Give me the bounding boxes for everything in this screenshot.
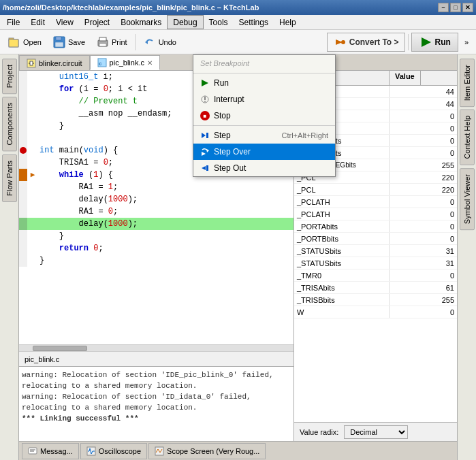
- run-button[interactable]: Run: [411, 33, 458, 52]
- tab-blinker-circuit[interactable]: blinker.circuit: [19, 55, 90, 70]
- var-value: 31: [390, 245, 457, 257]
- line-arrow: [27, 242, 38, 254]
- line-gutter: [19, 218, 27, 230]
- step-shortcut: Ctrl+Alt+Right: [282, 131, 328, 139]
- right-sidebar: Item Editor Context Help Symbol Viewer: [457, 54, 476, 460]
- sidebar-tab-components[interactable]: Components: [2, 97, 17, 151]
- title-bar: /home/zoli/Desktop/ktechlab/examples/pic…: [0, 0, 476, 15]
- menu-help[interactable]: Help: [274, 15, 302, 29]
- var-row: _PORTBbits 0: [294, 233, 457, 245]
- tab-picblink-label: pic_blink.c: [110, 59, 144, 67]
- sidebar-tab-context-help[interactable]: Context Help: [460, 110, 475, 165]
- var-value: 0: [390, 233, 457, 244]
- toolbar-sep-1: [135, 34, 136, 50]
- oscilloscope-icon: [86, 446, 96, 456]
- var-value: 0: [390, 147, 457, 159]
- menu-debug[interactable]: Debug: [167, 15, 203, 29]
- line-content: RA1 = 1;: [38, 181, 293, 193]
- more-button[interactable]: »: [460, 33, 473, 52]
- menu-file[interactable]: File: [1, 15, 25, 29]
- sidebar-tab-item-editor[interactable]: Item Editor: [460, 59, 475, 107]
- bottom-tab-messages[interactable]: Messag...: [22, 443, 79, 459]
- var-name: _PCLATH: [294, 196, 390, 208]
- line-arrow: [27, 132, 38, 144]
- dropdown-interrupt[interactable]: Interrupt: [193, 91, 335, 108]
- debug-arrow: ▶: [27, 169, 38, 181]
- scrollbar-thumb[interactable]: [33, 346, 87, 351]
- tab-close[interactable]: ✕: [147, 59, 153, 67]
- line-content: return 0;: [38, 242, 293, 254]
- run-icon: [419, 35, 432, 49]
- dropdown-run[interactable]: Run: [193, 75, 335, 91]
- code-line: RA1 = 1;: [19, 181, 293, 193]
- line-gutter: [19, 242, 27, 254]
- minimize-button[interactable]: –: [438, 3, 449, 12]
- line-arrow: [27, 193, 38, 206]
- sidebar-tab-flowparts[interactable]: Flow Parts: [2, 154, 17, 202]
- log-line: warning: Relocation of section 'IDE_pic_…: [22, 369, 291, 391]
- var-value: 255: [390, 159, 457, 171]
- toolbar-sep-2: [408, 34, 409, 50]
- title-bar-title: /home/zoli/Desktop/ktechlab/examples/pic…: [3, 3, 259, 12]
- var-value: 0: [390, 306, 457, 318]
- circuit-icon: [27, 59, 36, 68]
- log-area[interactable]: warning: Relocation of section 'IDE_pic_…: [19, 366, 293, 441]
- var-name: _PCLATH: [294, 208, 390, 220]
- sidebar-tab-project[interactable]: Project: [2, 59, 17, 94]
- run-menu-icon: [200, 78, 210, 88]
- svg-marker-31: [202, 166, 206, 170]
- menu-tools[interactable]: Tools: [204, 15, 234, 29]
- line-gutter: [19, 83, 27, 95]
- bottom-tab-oscilloscope[interactable]: Oscilloscope: [80, 443, 147, 459]
- svg-marker-23: [202, 80, 208, 86]
- line-gutter: [19, 157, 27, 169]
- var-name: _TRISBbits: [294, 294, 390, 306]
- dropdown-step-over[interactable]: Step Over: [193, 144, 335, 160]
- dropdown-set-breakpoint[interactable]: Set Breakpoint: [193, 55, 335, 71]
- stop-icon: ■: [200, 111, 210, 120]
- svg-rect-4: [56, 37, 61, 40]
- convert-to-button[interactable]: Convert To >: [327, 33, 405, 52]
- menu-project[interactable]: Project: [79, 15, 115, 29]
- tab-pic-blink[interactable]: c pic_blink.c ✕: [90, 55, 160, 70]
- close-button[interactable]: ✕: [462, 3, 473, 12]
- line-content: delay(1000);: [38, 193, 293, 206]
- sidebar-tab-symbol-viewer[interactable]: Symbol Viewer: [460, 168, 475, 230]
- horizontal-scrollbar[interactable]: [19, 344, 293, 351]
- line-arrow: [27, 206, 38, 218]
- menu-edit[interactable]: Edit: [25, 15, 50, 29]
- svg-marker-9: [145, 40, 148, 44]
- undo-button[interactable]: Undo: [138, 33, 181, 52]
- code-filename: pic_blink.c: [25, 355, 59, 363]
- svg-rect-32: [206, 165, 208, 171]
- run-label: Run: [435, 37, 451, 47]
- print-button[interactable]: Print: [91, 33, 132, 52]
- print-icon: [96, 35, 110, 49]
- dropdown-step[interactable]: Step Ctrl+Alt+Right: [193, 127, 335, 144]
- dropdown-step-out[interactable]: Step Out: [193, 160, 335, 176]
- svg-marker-29: [206, 149, 209, 152]
- line-gutter: [19, 181, 27, 193]
- menu-view[interactable]: View: [50, 15, 79, 29]
- save-button[interactable]: Save: [48, 33, 90, 52]
- bottom-tab-messages-label: Messag...: [40, 447, 73, 455]
- var-value: 0: [390, 110, 457, 122]
- open-button[interactable]: Open: [3, 33, 46, 52]
- convert-icon: [333, 35, 347, 49]
- radix-select[interactable]: Decimal Hexadecimal Binary: [344, 425, 408, 439]
- debug-dropdown-menu: Set Breakpoint Run Interrupt ■ Stop Step…: [193, 54, 336, 177]
- bottom-tab-scope[interactable]: Scope Screen (Very Roug...: [148, 443, 266, 459]
- radix-area: Value radix: Decimal Hexadecimal Binary: [294, 422, 457, 441]
- menu-bookmarks[interactable]: Bookmarks: [115, 15, 167, 29]
- save-label: Save: [68, 38, 85, 46]
- var-name: _TRISAbits: [294, 282, 390, 293]
- svg-point-26: [204, 101, 206, 102]
- maximize-button[interactable]: □: [450, 3, 461, 12]
- line-content: RA1 = 0;: [38, 206, 293, 218]
- dropdown-stop[interactable]: ■ Stop: [193, 108, 335, 124]
- menu-settings[interactable]: Settings: [234, 15, 274, 29]
- var-name: W: [294, 306, 390, 318]
- line-arrow: [27, 254, 38, 267]
- step-over-icon: [200, 147, 210, 157]
- code-line-highlighted: delay(1000);: [19, 218, 293, 230]
